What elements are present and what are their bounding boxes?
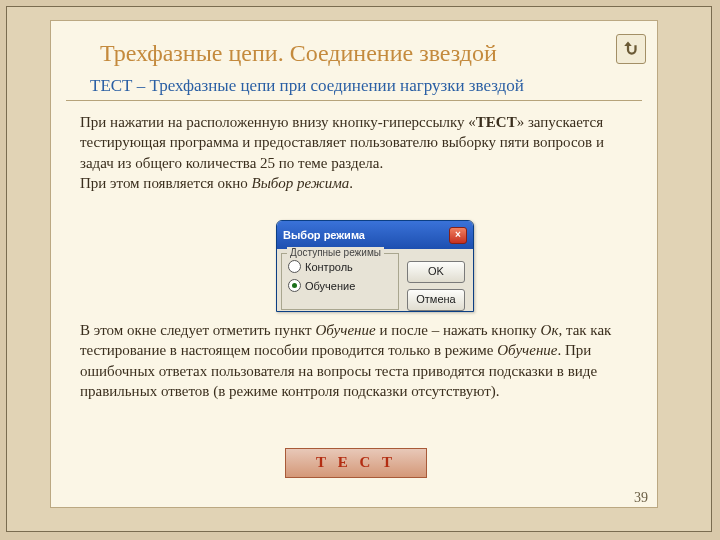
p2-em1: Обучение (315, 322, 375, 338)
mode-dialog: Выбор режима × Доступные режимы Контроль… (276, 220, 474, 312)
p1-t5: . (349, 175, 353, 191)
ok-button[interactable]: OK (407, 261, 465, 283)
p2-em3: Обучение (497, 342, 557, 358)
divider (66, 100, 642, 101)
dialog-titlebar: Выбор режима × (277, 221, 473, 249)
radio-icon-checked (288, 279, 301, 292)
radio-label-control: Контроль (305, 261, 353, 273)
dialog-title-text: Выбор режима (283, 229, 365, 241)
dialog-body: Доступные режимы Контроль Обучение OK От… (277, 249, 473, 315)
page-subtitle: ТЕСТ – Трехфазные цепи при соединении на… (90, 76, 630, 96)
p2-em2: Ок (541, 322, 559, 338)
page-number: 39 (634, 490, 648, 506)
paragraph-2: В этом окне следует отметить пункт Обуче… (80, 320, 630, 401)
close-icon: × (455, 229, 461, 240)
radio-label-learning: Обучение (305, 280, 355, 292)
radio-row-learning[interactable]: Обучение (288, 279, 398, 292)
modes-groupbox: Доступные режимы Контроль Обучение (281, 253, 399, 310)
p1-window-em: Выбор режима (252, 175, 350, 191)
u-turn-icon (622, 40, 640, 58)
back-button[interactable] (616, 34, 646, 64)
cancel-button[interactable]: Отмена (407, 289, 465, 311)
p1-t0: При нажатии на расположенную внизу кнопк… (80, 114, 476, 130)
page-title: Трехфазные цепи. Соединение звездой (100, 40, 600, 67)
test-button[interactable]: Т Е С Т (285, 448, 427, 478)
dialog-close-button[interactable]: × (449, 227, 467, 244)
radio-icon (288, 260, 301, 273)
paragraph-1: При нажатии на расположенную внизу кнопк… (80, 112, 630, 193)
groupbox-title: Доступные режимы (287, 247, 384, 258)
p2-t0: В этом окне следует отметить пункт (80, 322, 315, 338)
dialog-buttons: OK Отмена (407, 261, 465, 311)
p1-test-strong: ТЕСТ (476, 114, 517, 130)
radio-row-control[interactable]: Контроль (288, 260, 398, 273)
p2-t2: и после – нажать кнопку (376, 322, 541, 338)
p1-t3: При этом появляется окно (80, 175, 252, 191)
